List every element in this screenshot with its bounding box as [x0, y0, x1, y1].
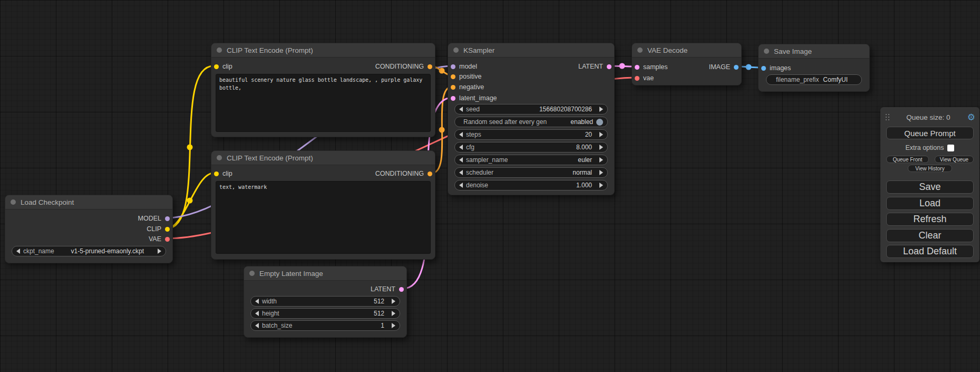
random-seed-toggle-widget[interactable]: Random seed after every gen enabled	[454, 117, 608, 127]
conditioning-port-icon[interactable]	[428, 171, 432, 176]
vae-port-icon[interactable]	[635, 76, 639, 81]
toggle-on-icon[interactable]	[596, 119, 603, 126]
collapse-dot-icon[interactable]	[453, 47, 459, 53]
output-slot-conditioning[interactable]: CONDITIONING	[375, 61, 432, 72]
decrement-arrow-icon[interactable]	[459, 157, 463, 163]
node-title-bar[interactable]: Save Image	[759, 44, 869, 59]
output-slot-latent[interactable]: LATENT	[371, 284, 404, 294]
node-vae-decode[interactable]: VAE Decode samples vae IMAGE	[632, 43, 742, 85]
output-slot-vae[interactable]: VAE	[149, 234, 170, 244]
output-slot-clip[interactable]: CLIP	[147, 224, 170, 234]
queue-front-button[interactable]: Queue Front	[886, 156, 929, 163]
node-clip-text-encode-positive[interactable]: CLIP Text Encode (Prompt) clip CONDITION…	[211, 43, 435, 137]
clear-button[interactable]: Clear	[886, 229, 974, 242]
node-title-bar[interactable]: VAE Decode	[632, 43, 741, 58]
increment-arrow-icon[interactable]	[392, 299, 395, 304]
settings-gear-icon[interactable]: ⚙	[967, 113, 975, 122]
decrement-arrow-icon[interactable]	[255, 311, 259, 316]
view-queue-button[interactable]: View Queue	[935, 156, 974, 163]
node-ksampler[interactable]: KSampler model positive negative latent_…	[448, 43, 615, 195]
latent-port-icon[interactable]	[451, 96, 455, 101]
cfg-widget[interactable]: cfg 8.000	[454, 142, 608, 152]
load-button[interactable]: Load	[886, 197, 974, 210]
input-slot-positive[interactable]: positive	[451, 71, 481, 82]
increment-arrow-icon[interactable]	[392, 311, 395, 316]
decrement-arrow-icon[interactable]	[459, 170, 463, 175]
steps-widget[interactable]: steps 20	[454, 129, 608, 140]
filename-prefix-widget[interactable]: filename_prefix ComfyUI	[766, 74, 862, 85]
queue-prompt-button[interactable]: Queue Prompt	[886, 127, 974, 139]
input-slot-samples[interactable]: samples	[635, 62, 668, 72]
increment-arrow-icon[interactable]	[599, 157, 603, 163]
increment-arrow-icon[interactable]	[158, 249, 161, 254]
decrement-arrow-icon[interactable]	[459, 107, 463, 112]
image-port-icon[interactable]	[734, 65, 739, 70]
latent-port-icon[interactable]	[607, 64, 612, 69]
output-slot-model[interactable]: MODEL	[138, 213, 170, 224]
increment-arrow-icon[interactable]	[599, 170, 603, 175]
decrement-arrow-icon[interactable]	[459, 145, 463, 150]
output-slot-conditioning[interactable]: CONDITIONING	[375, 168, 432, 179]
node-title-bar[interactable]: Empty Latent Image	[244, 266, 406, 281]
increment-arrow-icon[interactable]	[599, 107, 603, 112]
node-title-bar[interactable]: Load Checkpoint	[5, 195, 172, 209]
node-save-image[interactable]: Save Image images filename_prefix ComfyU…	[758, 44, 870, 92]
batch-size-widget[interactable]: batch_size 1	[250, 320, 400, 331]
increment-arrow-icon[interactable]	[599, 145, 603, 150]
clip-port-icon[interactable]	[214, 64, 219, 69]
model-port-icon[interactable]	[451, 64, 455, 69]
collapse-dot-icon[interactable]	[637, 47, 643, 53]
decrement-arrow-icon[interactable]	[16, 249, 20, 254]
input-slot-clip[interactable]: clip	[214, 168, 232, 179]
height-widget[interactable]: height 512	[250, 308, 400, 319]
output-slot-image[interactable]: IMAGE	[709, 62, 739, 72]
decrement-arrow-icon[interactable]	[255, 323, 259, 328]
width-widget[interactable]: width 512	[250, 296, 400, 307]
image-port-icon[interactable]	[761, 66, 766, 71]
node-title-bar[interactable]: KSampler	[448, 43, 614, 58]
increment-arrow-icon[interactable]	[599, 132, 603, 137]
extra-options-checkbox[interactable]	[947, 145, 954, 151]
model-port-icon[interactable]	[165, 216, 170, 221]
vae-port-icon[interactable]	[165, 237, 170, 242]
node-load-checkpoint[interactable]: Load Checkpoint MODEL CLIP VAE ckpt_name…	[5, 195, 173, 263]
refresh-button[interactable]: Refresh	[886, 213, 974, 226]
increment-arrow-icon[interactable]	[599, 183, 603, 188]
ckpt-name-widget[interactable]: ckpt_name v1-5-pruned-emaonly.ckpt	[12, 246, 166, 256]
latent-port-icon[interactable]	[399, 287, 404, 292]
output-slot-latent[interactable]: LATENT	[578, 61, 612, 72]
input-slot-latent-image[interactable]: latent_image	[451, 93, 497, 103]
input-slot-model[interactable]: model	[451, 61, 477, 72]
prompt-textarea[interactable]: text, watermark	[216, 181, 431, 254]
input-slot-images[interactable]: images	[761, 63, 791, 73]
increment-arrow-icon[interactable]	[392, 323, 395, 328]
view-history-button[interactable]: View History	[908, 165, 952, 172]
decrement-arrow-icon[interactable]	[459, 132, 463, 137]
drag-handle-icon[interactable]	[886, 114, 889, 120]
save-button[interactable]: Save	[886, 180, 974, 194]
collapse-dot-icon[interactable]	[217, 47, 222, 53]
sampler-name-widget[interactable]: sampler_name euler	[454, 155, 608, 165]
input-slot-negative[interactable]: negative	[451, 82, 484, 92]
collapse-dot-icon[interactable]	[11, 199, 16, 205]
input-slot-clip[interactable]: clip	[214, 61, 232, 72]
decrement-arrow-icon[interactable]	[255, 299, 259, 304]
denoise-widget[interactable]: denoise 1.000	[454, 180, 608, 190]
queue-panel[interactable]: Queue size: 0 ⚙ Queue Prompt Extra optio…	[880, 107, 979, 262]
node-clip-text-encode-negative[interactable]: CLIP Text Encode (Prompt) clip CONDITION…	[211, 150, 435, 260]
latent-port-icon[interactable]	[635, 65, 639, 70]
input-slot-vae[interactable]: vae	[635, 73, 654, 83]
conditioning-port-icon[interactable]	[451, 74, 455, 79]
clip-port-icon[interactable]	[214, 171, 219, 176]
node-empty-latent-image[interactable]: Empty Latent Image LATENT width 512 heig…	[244, 266, 407, 338]
conditioning-port-icon[interactable]	[428, 64, 432, 69]
prompt-textarea[interactable]: beautiful scenery nature glass bottle la…	[216, 74, 431, 132]
clip-port-icon[interactable]	[165, 227, 170, 232]
node-title-bar[interactable]: CLIP Text Encode (Prompt)	[211, 43, 435, 58]
node-title-bar[interactable]: CLIP Text Encode (Prompt)	[211, 151, 435, 165]
collapse-dot-icon[interactable]	[217, 155, 222, 160]
scheduler-widget[interactable]: scheduler normal	[454, 167, 608, 178]
conditioning-port-icon[interactable]	[451, 85, 455, 90]
load-default-button[interactable]: Load Default	[886, 245, 974, 258]
collapse-dot-icon[interactable]	[249, 271, 255, 276]
